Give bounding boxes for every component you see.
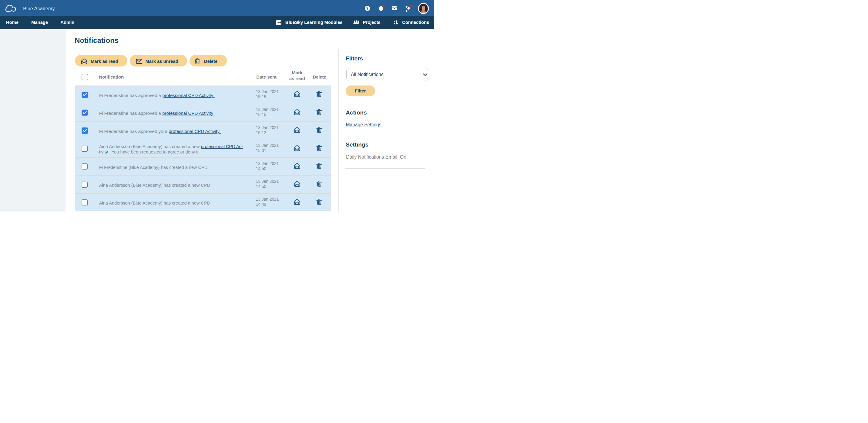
svg-text:?: ? bbox=[366, 6, 368, 10]
